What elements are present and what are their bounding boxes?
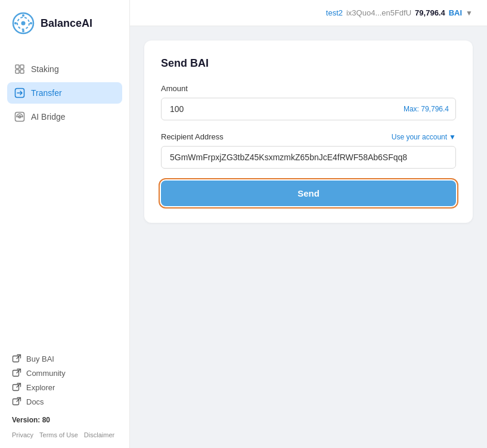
send-button[interactable]: Send [161, 181, 456, 206]
transfer-icon [14, 88, 25, 98]
main-content: test2 ix3Quo4...en5FdfU 79,796.4 BAI ▼ S… [130, 0, 487, 448]
use-account-text: Use your account [392, 133, 447, 141]
content-area: Send BAI Amount Max: 79,796.4 Recipient … [130, 26, 487, 237]
recipient-group: Recipient Address Use your account ▼ [161, 132, 456, 169]
account-info[interactable]: test2 ix3Quo4...en5FdfU 79,796.4 BAI ▼ [326, 8, 473, 17]
svg-rect-9 [15, 70, 19, 73]
explorer-label: Explorer [26, 383, 55, 392]
svg-rect-17 [13, 399, 19, 405]
disclaimer-link[interactable]: Disclaimer [84, 431, 114, 438]
use-account-link[interactable]: Use your account ▼ [392, 133, 456, 141]
account-address: ix3Quo4...en5FdfU [346, 8, 411, 17]
amount-input-wrapper: Max: 79,796.4 [161, 98, 456, 120]
logo-area: BalanceAI [0, 0, 129, 46]
svg-rect-14 [13, 356, 19, 362]
terms-link[interactable]: Terms of Use [39, 431, 78, 438]
sidebar-item-staking[interactable]: Staking [7, 58, 122, 80]
amount-label-row: Amount [161, 84, 456, 93]
external-link-icon-explorer [12, 382, 21, 392]
recipient-label: Recipient Address [161, 132, 224, 141]
app-name: BalanceAI [41, 17, 92, 30]
svg-rect-7 [15, 65, 19, 69]
external-link-icon-docs [12, 397, 21, 406]
sidebar-bottom: Buy BAI Community Explorer Do [0, 344, 129, 448]
svg-rect-10 [20, 70, 24, 73]
use-account-chevron: ▼ [449, 133, 456, 141]
account-balance: 79,796.4 [415, 8, 445, 17]
topbar: test2 ix3Quo4...en5FdfU 79,796.4 BAI ▼ [130, 0, 487, 26]
transfer-label: Transfer [31, 88, 62, 98]
chevron-down-icon: ▼ [466, 9, 473, 17]
svg-rect-16 [13, 385, 19, 391]
staking-icon [14, 64, 25, 74]
explorer-link[interactable]: Explorer [12, 382, 117, 392]
community-label: Community [26, 369, 66, 378]
account-name: test2 [326, 8, 343, 17]
card-title: Send BAI [161, 57, 456, 70]
sidebar-item-ai-bridge[interactable]: AI Bridge [7, 106, 122, 127]
amount-label: Amount [161, 84, 188, 93]
nav-items: Staking Transfer AI Bridge [0, 46, 129, 139]
svg-rect-15 [13, 371, 19, 377]
ai-bridge-label: AI Bridge [31, 112, 66, 122]
svg-point-5 [14, 22, 17, 24]
sidebar: BalanceAI Staking Transfer [0, 0, 130, 448]
buy-bai-label: Buy BAI [26, 354, 54, 363]
privacy-link[interactable]: Privacy [12, 431, 33, 438]
ai-bridge-icon [14, 111, 25, 122]
external-link-icon-community [12, 368, 21, 378]
amount-group: Amount Max: 79,796.4 [161, 84, 456, 120]
svg-rect-8 [20, 65, 24, 69]
logo-icon [12, 12, 35, 35]
svg-point-6 [30, 22, 32, 24]
version-label: Version: 80 [12, 416, 117, 424]
footer-links: Privacy Terms of Use Disclaimer [12, 431, 117, 438]
external-link-icon-buy [12, 354, 21, 363]
docs-link[interactable]: Docs [12, 397, 117, 406]
recipient-label-row: Recipient Address Use your account ▼ [161, 132, 456, 141]
recipient-input[interactable] [161, 146, 456, 169]
sidebar-item-transfer[interactable]: Transfer [7, 82, 122, 104]
buy-bai-link[interactable]: Buy BAI [12, 354, 117, 363]
account-currency: BAI [449, 8, 462, 17]
svg-point-4 [22, 30, 24, 32]
svg-point-3 [22, 14, 24, 17]
staking-label: Staking [31, 64, 59, 74]
max-badge[interactable]: Max: 79,796.4 [404, 105, 449, 113]
docs-label: Docs [26, 397, 44, 406]
community-link[interactable]: Community [12, 368, 117, 378]
send-card: Send BAI Amount Max: 79,796.4 Recipient … [144, 41, 473, 223]
svg-point-2 [21, 21, 26, 26]
